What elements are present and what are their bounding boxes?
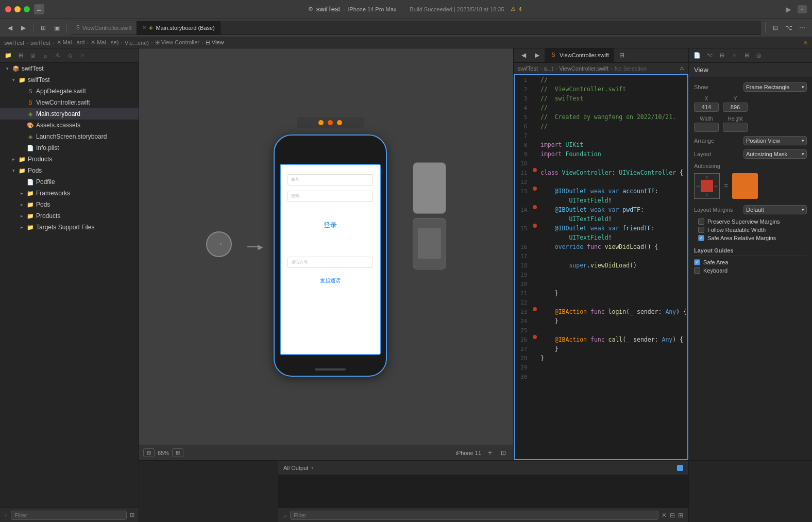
zoom-in-btn[interactable]: ⊞ <box>172 448 183 457</box>
code-tab-vc[interactable]: S ViewController.swift <box>545 48 614 62</box>
sidebar-file-tree: 📦 swifTest 📁 swifTest S AppDelegate.swif… <box>0 63 139 508</box>
code-editor[interactable]: 1 // 2 // ViewController.swift 3 // swif… <box>514 74 688 460</box>
bc-7[interactable]: ⊟ View <box>206 39 224 46</box>
keyboard-guide-checkbox[interactable] <box>694 267 700 274</box>
account-placeholder: 账号 <box>291 177 299 182</box>
close-button[interactable] <box>5 6 11 12</box>
toolbar-more-btn[interactable]: ⋯ <box>797 22 808 33</box>
add-file-icon[interactable]: + <box>4 512 8 519</box>
toolbar-hierarchy-btn[interactable]: ⊞ <box>38 22 49 33</box>
sidebar-item-frameworks[interactable]: 📁 Frameworks <box>0 188 139 199</box>
sidebar-item-products-group[interactable]: 📁 Products <box>0 154 139 165</box>
sidebar-folder-btn[interactable]: 📁 <box>3 50 13 61</box>
inspector-size-btn[interactable]: ⊞ <box>741 50 752 61</box>
sidebar-item-assets[interactable]: 🎨 Assets.xcassets <box>0 120 139 131</box>
toolbar-split-btn[interactable]: ▣ <box>51 22 62 33</box>
layout-select[interactable]: Autosizing Mask ▾ <box>743 149 807 159</box>
call-button[interactable]: 发起通话 <box>320 277 341 284</box>
sidebar-item-launchscreen[interactable]: ◈ LaunchScreen.storyboard <box>0 131 139 142</box>
sidebar-filter-options[interactable]: ⊞ <box>130 512 134 518</box>
code-nav-fwd[interactable]: ▶ <box>531 49 543 61</box>
bottom-filter-input[interactable] <box>290 511 658 520</box>
toolbar-git-btn[interactable]: ⌥ <box>783 22 794 33</box>
height-input[interactable] <box>723 123 748 132</box>
inspector-file-btn[interactable]: 📄 <box>692 50 702 61</box>
bc-4[interactable]: ✕ Mai...se) <box>91 39 119 46</box>
code-bc-3[interactable]: ViewController.swift <box>559 65 608 72</box>
safe-area-guide-checkbox[interactable]: ✓ <box>694 259 700 265</box>
tab-viewcontroller-swift-left[interactable]: S ViewController.swift <box>71 21 137 35</box>
sidebar-item-infoplist[interactable]: 📄 Info.plist <box>0 142 139 154</box>
inspector-identity-btn[interactable]: ⊟ <box>717 50 727 61</box>
sidebar-toggle[interactable]: ☰ <box>34 4 44 14</box>
sidebar-item-viewcontroller[interactable]: S ViewController.swift <box>0 97 139 108</box>
sidebar-item-targets-support[interactable]: 📁 Targets Support Files <box>0 222 139 233</box>
tab-main-storyboard[interactable]: ✕ ◈ Main.storyboard (Base) <box>137 21 220 35</box>
bc-5[interactable]: Vie...ene) <box>125 40 149 46</box>
arrange-select[interactable]: Position View ▾ <box>743 136 807 145</box>
minimize-button[interactable] <box>14 6 21 12</box>
sidebar-filter-input[interactable] <box>11 511 127 520</box>
preserve-checkbox[interactable] <box>698 218 704 225</box>
safe-area-checkbox[interactable]: ✓ <box>698 235 704 241</box>
bottom-expand-btn[interactable]: ⊞ <box>678 512 683 519</box>
autosizing-box[interactable]: ↔ ↔ ↕ ↕ <box>694 173 720 199</box>
sidebar-item-swiftest-group[interactable]: 📁 swifTest <box>0 74 139 86</box>
sidebar-symbol-btn[interactable]: ◎ <box>28 50 38 61</box>
inspector-quick-btn[interactable]: ⌥ <box>704 50 715 61</box>
friend-textfield[interactable]: 通话方号 <box>287 257 373 268</box>
thumbnail-2[interactable] <box>413 218 446 270</box>
bc-2[interactable]: swifTest <box>30 40 50 46</box>
x-input[interactable] <box>694 103 719 112</box>
code-inspector-btn[interactable]: ⊟ <box>616 49 628 61</box>
toolbar-inspector-btn[interactable]: ⊟ <box>770 22 781 33</box>
assets-label: Assets.xcassets <box>36 122 80 129</box>
thumbnail-1[interactable] <box>413 162 446 214</box>
sidebar-item-podfile[interactable]: 📄 Podfile <box>0 176 139 188</box>
password-placeholder: 密码 <box>291 193 299 199</box>
inspector-conn-btn[interactable]: ◎ <box>754 50 764 61</box>
layout-margins-select[interactable]: Default ▾ <box>743 205 807 214</box>
canvas-add-btn[interactable]: + <box>484 447 496 459</box>
sidebar-item-appdelegate[interactable]: S AppDelegate.swift <box>0 86 139 97</box>
sidebar-test-btn[interactable]: ◇ <box>65 50 75 61</box>
bottom-settings-btn[interactable]: ⊟ <box>670 512 675 519</box>
code-bc-sep2: › <box>555 65 557 72</box>
play-button[interactable]: ▶ <box>786 5 791 13</box>
sidebar-item-pods-sub[interactable]: 📁 Pods <box>0 199 139 210</box>
follow-checkbox[interactable] <box>698 227 704 233</box>
zoom-out-btn[interactable]: ⊟ <box>143 448 155 457</box>
sidebar-source-btn[interactable]: ⊞ <box>15 50 26 61</box>
bc-1[interactable]: swifTest <box>4 40 24 46</box>
add-tab-button[interactable]: + <box>798 5 807 13</box>
inspector-frame-select[interactable]: Frame Rectangle ▾ <box>743 82 807 92</box>
password-textfield[interactable]: 密码 <box>287 191 373 202</box>
sidebar-find-btn[interactable]: ⌕ <box>40 50 50 61</box>
coord-y: Y <box>723 96 748 112</box>
login-button[interactable]: 登录 <box>324 221 337 230</box>
sidebar-debug-btn[interactable]: ≡ <box>77 50 88 61</box>
code-nav-back[interactable]: ◀ <box>518 49 529 61</box>
sidebar-item-products-sub[interactable]: 📁 Products <box>0 210 139 222</box>
width-input[interactable] <box>694 123 719 132</box>
sidebar-item-mainstoryboard[interactable]: ◈ Main.storyboard <box>0 108 139 120</box>
storyboard-file-icon: ◈ <box>149 25 153 30</box>
sidebar-item-pods-root[interactable]: 📁 Pods <box>0 165 139 176</box>
bc-3[interactable]: ✕ Mai...ard <box>57 39 85 46</box>
toolbar-back-btn[interactable]: ◀ <box>4 22 15 33</box>
canvas-grid-btn[interactable]: ⊡ <box>498 447 509 459</box>
sidebar-warning-btn[interactable]: ⚠ <box>53 50 63 61</box>
code-line-20: 20 <box>515 279 687 289</box>
bc-6[interactable]: ⊞ View Controller <box>155 39 199 46</box>
account-textfield[interactable]: 账号 <box>287 174 373 186</box>
maximize-button[interactable] <box>24 6 30 12</box>
code-bc-2[interactable]: s...t <box>544 65 553 72</box>
toolbar-fwd-btn[interactable]: ▶ <box>18 22 29 33</box>
inspector-attrib-btn[interactable]: ≡ <box>729 50 739 61</box>
clear-filter-btn[interactable]: ✕ <box>662 512 667 519</box>
code-bc-1[interactable]: swifTest <box>518 65 538 72</box>
canvas-area[interactable]: → ▶ <box>139 48 513 445</box>
tab-close-icon[interactable]: ✕ <box>142 25 146 30</box>
y-input[interactable] <box>723 103 748 112</box>
sidebar-item-project[interactable]: 📦 swifTest <box>0 63 139 74</box>
